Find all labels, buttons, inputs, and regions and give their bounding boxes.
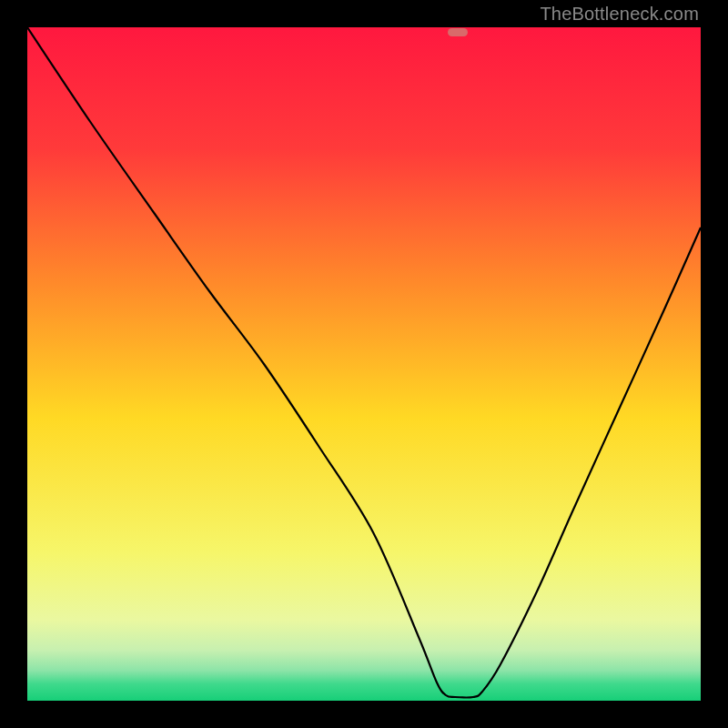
plot-area <box>27 27 701 701</box>
bottleneck-curve <box>27 27 701 698</box>
curve-layer <box>27 27 701 701</box>
outer-frame: TheBottleneck.com <box>0 0 728 728</box>
optimal-point-marker <box>448 28 468 36</box>
watermark-text: TheBottleneck.com <box>540 4 699 25</box>
